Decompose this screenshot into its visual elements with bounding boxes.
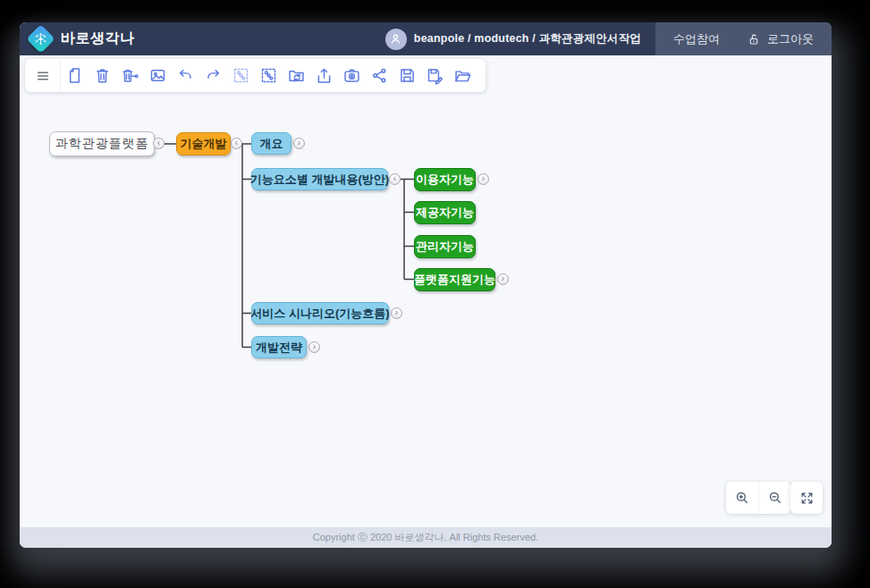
expand-toggle[interactable]: › <box>497 273 509 285</box>
user-workspace-label: beanpole / modutech / 과학관광제안서작업 <box>414 31 641 46</box>
collapse-toggle[interactable]: ‹ <box>153 138 165 149</box>
header-actions: 수업참여 로그아웃 <box>655 22 832 55</box>
expand-toggle[interactable]: › <box>293 138 305 149</box>
app-title: 바로생각나 <box>61 29 135 48</box>
app-footer: Copyright ⓒ 2020 바로생각나. All Rights Reser… <box>20 527 832 548</box>
copyright-text: Copyright ⓒ 2020 바로생각나. All Rights Reser… <box>313 531 538 544</box>
user-avatar-icon <box>385 29 407 50</box>
collapse-toggle[interactable]: ‹ <box>389 173 401 185</box>
app-logo[interactable] <box>20 29 61 49</box>
mindmap-logo-icon <box>26 24 55 54</box>
logout-button[interactable]: 로그아웃 <box>747 31 814 47</box>
expand-toggle[interactable]: › <box>477 173 489 185</box>
user-chip[interactable]: beanpole / modutech / 과학관광제안서작업 <box>385 29 641 50</box>
expand-toggle[interactable]: › <box>391 307 402 319</box>
app-header: 바로생각나 beanpole / modutech / 과학관광제안서작업 수업… <box>20 22 832 55</box>
mindmap-canvas[interactable]: 과학관광플랫폼 ‹ 기술개발 ‹ 개요 › 기능요소별 개발내용(방안) ‹ 이… <box>20 55 832 527</box>
logout-label: 로그아웃 <box>767 31 814 47</box>
expand-toggle[interactable]: › <box>308 341 320 353</box>
join-class-button[interactable]: 수업참여 <box>673 31 720 47</box>
join-class-label: 수업참여 <box>673 31 720 47</box>
app-window: 바로생각나 beanpole / modutech / 과학관광제안서작업 수업… <box>20 22 832 548</box>
unlock-icon <box>747 32 761 46</box>
mindmap-connectors <box>20 55 812 527</box>
collapse-toggle[interactable]: ‹ <box>231 138 242 149</box>
